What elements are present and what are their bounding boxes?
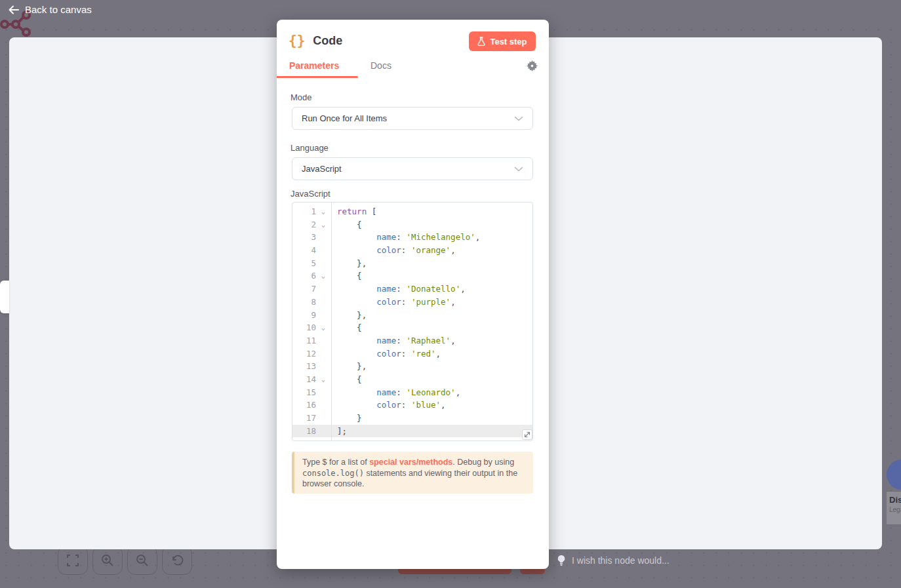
hint-text-prefix: Type $ for a list of <box>302 458 369 467</box>
fold-chevron-icon[interactable]: ⌄ <box>316 269 330 283</box>
reset-zoom-icon <box>170 554 184 567</box>
tab-docs[interactable]: Docs <box>370 60 391 71</box>
code-line[interactable]: 14⌄ { <box>292 373 532 386</box>
code-line[interactable]: 15 name: 'Leonardo', <box>292 386 532 399</box>
panel-drag-handle[interactable] <box>0 281 9 313</box>
reset-zoom-button[interactable] <box>162 546 192 575</box>
code-line[interactable]: 2⌄ { <box>292 218 532 231</box>
line-number: 14 <box>292 373 316 386</box>
zoom-out-button[interactable] <box>127 546 157 575</box>
fold-chevron-icon[interactable]: ⌄ <box>316 205 330 218</box>
code-line[interactable]: 7 name: 'Donatello', <box>292 283 532 296</box>
code-line[interactable]: 4 color: 'orange', <box>292 244 532 257</box>
code-editor-lines: 1⌄return [2⌄ {3 name: 'Michelangelo',4 c… <box>292 205 532 437</box>
line-number: 12 <box>292 347 316 361</box>
flask-icon <box>477 37 485 46</box>
fold-chevron-icon[interactable]: ⌄ <box>316 218 330 231</box>
zoom-out-icon <box>136 554 149 567</box>
node-title[interactable]: Code <box>313 34 342 48</box>
edge-node-card: Dis Lega <box>887 491 901 525</box>
edge-node-title: Dis <box>889 495 901 505</box>
code-line[interactable]: 11 name: 'Raphael', <box>292 334 532 347</box>
hint-code: console.log() <box>302 469 364 478</box>
active-tab-underline <box>277 76 358 78</box>
fold-chevron-icon[interactable]: ⌄ <box>316 321 330 334</box>
code-line[interactable]: 5 }, <box>292 257 532 270</box>
special-vars-link[interactable]: special vars/methods <box>369 458 452 467</box>
node-feedback-row[interactable]: I wish this node would... <box>557 555 670 566</box>
node-settings-button[interactable] <box>527 60 538 71</box>
code-line[interactable]: 10⌄ { <box>292 321 532 334</box>
mode-field-label: Mode <box>290 92 312 102</box>
code-line[interactable]: 17 } <box>292 412 532 425</box>
code-line[interactable]: 12 color: 'red', <box>292 347 532 361</box>
code-editor[interactable]: 1⌄return [2⌄ {3 name: 'Michelangelo',4 c… <box>292 202 533 441</box>
line-number: 16 <box>292 399 316 412</box>
resize-icon <box>524 431 531 438</box>
gutter-divider <box>331 202 332 441</box>
line-number: 13 <box>292 360 316 373</box>
code-line[interactable]: 3 name: 'Michelangelo', <box>292 231 532 244</box>
fit-view-button[interactable] <box>58 546 88 575</box>
code-node-modal: {} Code Test step Parameters Docs Mode R… <box>277 20 549 569</box>
node-feedback-label: I wish this node would... <box>572 555 670 566</box>
mode-value: Run Once for All Items <box>302 113 387 123</box>
line-number: 8 <box>292 296 316 309</box>
line-number: 6 <box>292 269 316 283</box>
code-line[interactable]: 13 }, <box>292 360 532 373</box>
back-to-canvas-label: Back to canvas <box>25 4 92 15</box>
test-step-button[interactable]: Test step <box>469 31 536 51</box>
fit-view-icon <box>66 554 79 567</box>
hint-text-middle: . Debug by using <box>452 458 514 467</box>
line-number: 11 <box>292 334 316 347</box>
language-value: JavaScript <box>302 164 342 174</box>
code-line[interactable]: 9 }, <box>292 309 532 322</box>
gear-icon <box>527 60 538 71</box>
line-number: 2 <box>292 218 316 231</box>
zoom-in-button[interactable] <box>92 546 123 575</box>
edge-node-subtitle: Lega <box>889 506 901 513</box>
language-select[interactable]: JavaScript <box>292 157 533 180</box>
language-field-label: Language <box>290 143 329 153</box>
back-arrow-icon <box>8 5 20 15</box>
line-number: 18 <box>292 425 316 438</box>
line-number: 17 <box>292 412 316 425</box>
test-step-label: Test step <box>490 37 527 47</box>
tab-parameters[interactable]: Parameters <box>289 60 339 71</box>
editor-field-label: JavaScript <box>290 189 330 199</box>
line-number: 5 <box>292 257 316 270</box>
line-number: 10 <box>292 321 316 334</box>
code-line[interactable]: 18]; <box>292 425 532 438</box>
code-line[interactable]: 8 color: 'purple', <box>292 296 532 309</box>
back-to-canvas-button[interactable]: Back to canvas <box>8 4 92 15</box>
chevron-down-icon <box>514 116 523 121</box>
editor-resize-handle[interactable] <box>522 429 532 440</box>
fold-chevron-icon[interactable]: ⌄ <box>316 373 330 386</box>
line-number: 4 <box>292 244 316 257</box>
line-number: 7 <box>292 283 316 296</box>
code-line[interactable]: 16 color: 'blue', <box>292 399 532 412</box>
line-number: 1 <box>292 205 316 218</box>
line-number: 9 <box>292 309 316 322</box>
lightbulb-icon <box>557 555 566 566</box>
code-line[interactable]: 6⌄ { <box>292 269 532 283</box>
code-line[interactable]: 1⌄return [ <box>292 205 532 218</box>
zoom-in-icon <box>101 554 114 567</box>
editor-hint-box: Type $ for a list of special vars/method… <box>292 452 533 494</box>
code-node-icon: {} <box>289 33 305 49</box>
mode-select[interactable]: Run Once for All Items <box>292 107 533 130</box>
line-number: 15 <box>292 386 316 399</box>
chevron-down-icon <box>514 167 523 172</box>
line-number: 3 <box>292 231 316 244</box>
node-title-row: {} Code <box>289 33 342 49</box>
